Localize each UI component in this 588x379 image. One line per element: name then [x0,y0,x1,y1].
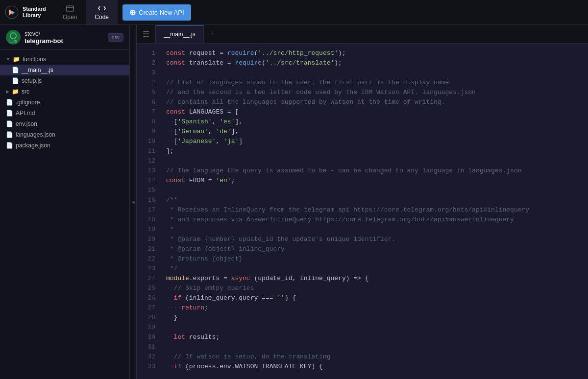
file-icon: 📄 [6,142,13,149]
tab-main-js[interactable]: __main__.js [156,25,204,43]
code-line: // and the second is a two letter code u… [166,88,588,97]
code-line: * @param {object} inline_query [166,244,588,254]
line-number: 18 [137,215,161,225]
code-line: * @param {number} update_id the update's… [166,235,588,244]
collapse-icon: ◀ [131,199,134,205]
open-button[interactable]: Open [54,0,86,24]
folder-icon: 📁 [12,88,19,95]
sidebar-item-env-json[interactable]: 📄 env.json [0,118,129,129]
code-editor[interactable]: 1234567891011121314151617181920212223242… [137,44,588,379]
line-number: 14 [137,176,161,186]
line-number: 12 [137,156,161,166]
chevron-right-icon: ▶ [6,89,9,94]
code-line: ··// If watson is setup, do the translat… [166,352,588,362]
code-line: const request = require('../src/http_req… [166,48,588,58]
code-line: ··['Spanish', 'es'], [166,117,588,127]
line-number: 28 [137,313,161,323]
code-line: * and responses via AnswerInlineQuery ht… [166,215,588,225]
hamburger-menu-button[interactable]: ☰ [137,25,156,43]
line-number: 26 [137,293,161,303]
line-number: 33 [137,362,161,372]
hamburger-icon: ☰ [143,29,149,39]
line-number: 3 [137,68,161,78]
code-line: ··} [166,313,588,323]
svg-marker-3 [12,12,15,15]
sidebar-item-api-md[interactable]: 📄 API.md [0,108,129,118]
code-line: module.exports = async (update_id, inlin… [166,274,588,284]
line-number: 27 [137,303,161,313]
line-number: 32 [137,352,161,362]
sidebar-item-main-js[interactable]: 📄 __main__.js [0,65,129,75]
line-number: 31 [137,342,161,352]
line-number: 29 [137,323,161,332]
plus-icon: + [210,29,215,38]
code-line: ··if (process.env.WATSON_TRANSLATE_KEY) … [166,362,588,372]
code-line: const LANGUAGES = [ [166,107,588,117]
editor-area: ☰ __main__.js + 123456789101112131415161… [137,25,588,379]
user-project-info: steve/ telegram-bot [24,30,63,45]
code-button[interactable]: Code [86,0,118,24]
chevron-down-icon: ▼ [6,57,10,62]
create-new-api-button[interactable]: ⊕ Create New API [122,4,191,21]
line-number: 30 [137,332,161,342]
line-number: 16 [137,195,161,205]
line-number: 6 [137,97,161,107]
line-number: 7 [137,107,161,117]
line-number: 10 [137,137,161,146]
line-number: 15 [137,186,161,195]
file-icon: 📄 [6,99,13,106]
code-line: ··let results; [166,332,588,342]
code-line: const FROM = 'en'; [166,176,588,186]
line-number: 24 [137,274,161,284]
sidebar-header: LIVE steve/ telegram-bot dev [0,25,129,50]
sidebar-item-package-json[interactable]: 📄 package.json [0,140,129,151]
main-area: LIVE steve/ telegram-bot dev ▼ 📁 functio… [0,25,588,379]
sidebar-tree: ▼ 📁 functions 📄 __main__.js 📄 setup.js ▶… [0,50,129,379]
logo-area: Standard Library [0,0,54,24]
code-line: /** [166,195,588,205]
sidebar-item-gitignore[interactable]: 📄 .gitignore [0,97,129,108]
logo-text: Standard Library [23,6,46,19]
code-line: ··['Japanese', 'ja'] [166,137,588,146]
line-number: 21 [137,244,161,254]
code-line: const translate = require('../src/transl… [166,58,588,68]
code-icon [98,4,106,12]
code-line: ]; [166,146,588,156]
line-number: 5 [137,88,161,97]
code-line: // The language the query is assumed to … [166,166,588,176]
code-content[interactable]: const request = require('../src/http_req… [161,44,588,379]
user-info: LIVE steve/ telegram-bot [6,30,63,45]
code-line: ··if (inline_query.query === '') { [166,293,588,303]
tab-bar: ☰ __main__.js + [137,25,588,44]
line-number: 11 [137,146,161,156]
code-line: ··// Skip emtpy queries [166,284,588,293]
file-icon: 📄 [12,77,19,84]
folder-icon: 📁 [13,56,20,63]
line-number: 8 [137,117,161,127]
sidebar-item-languages-json[interactable]: 📄 languages.json [0,129,129,140]
line-number: 2 [137,58,161,68]
live-indicator: LIVE [6,30,21,45]
line-number: 17 [137,205,161,215]
sidebar-item-src[interactable]: ▶ 📁 src [0,86,129,97]
line-numbers: 1234567891011121314151617181920212223242… [137,44,161,379]
line-number: 9 [137,127,161,137]
file-icon: 📄 [6,110,13,117]
code-line: * [166,225,588,235]
sidebar-collapse-handle[interactable]: ◀ [130,25,137,379]
plus-icon: ⊕ [129,8,136,17]
svg-rect-4 [67,6,74,11]
line-number: 1 [137,48,161,58]
tab-label: __main__.js [164,31,196,38]
code-line: * @returns {object} [166,254,588,264]
code-line [166,186,588,195]
code-line [166,156,588,166]
sidebar-item-setup-js[interactable]: 📄 setup.js [0,75,129,86]
file-icon: 📄 [6,120,13,127]
add-tab-button[interactable]: + [204,25,220,43]
line-number: 20 [137,235,161,244]
code-line [166,323,588,332]
sidebar-item-functions[interactable]: ▼ 📁 functions [0,54,129,65]
code-line: // List of languages shown to the user. … [166,78,588,88]
top-nav: Standard Library Open Code ⊕ Create New … [0,0,588,25]
